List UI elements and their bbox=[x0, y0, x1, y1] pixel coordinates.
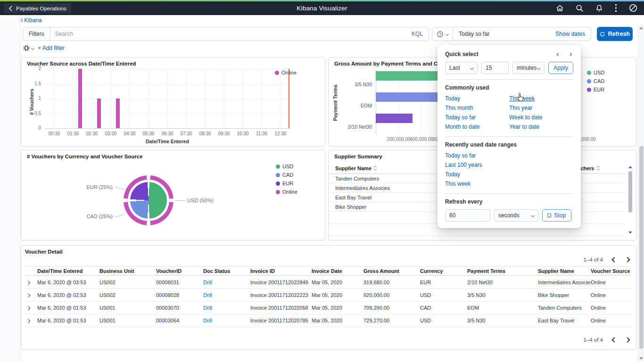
voucher-cell: Online bbox=[591, 292, 632, 298]
slice-label-usd: USD (50%) bbox=[187, 197, 214, 203]
legend-dot bbox=[276, 190, 280, 194]
row-expand-button[interactable] bbox=[25, 292, 37, 298]
chart-legend: USD CAD EUR Online bbox=[276, 164, 297, 195]
drill-link[interactable]: Drill bbox=[203, 318, 250, 323]
legend-item-online[interactable]: Online bbox=[276, 189, 297, 195]
chevron-down-icon bbox=[531, 214, 535, 217]
row-expand-button[interactable] bbox=[25, 318, 37, 323]
voucher-column-header: Business Unit bbox=[99, 268, 156, 274]
row-expand-button[interactable] bbox=[25, 280, 37, 285]
legend-item-usd[interactable]: USD bbox=[587, 70, 604, 75]
prev-page-icon[interactable] bbox=[611, 257, 617, 262]
recent-range-link[interactable]: Today so far bbox=[445, 152, 573, 160]
voucher-row: Mar 6, 2020 @ 02:53US00200008028DrillInv… bbox=[25, 289, 632, 302]
drill-link[interactable]: Drill bbox=[203, 292, 250, 298]
pie-inner[interactable] bbox=[130, 182, 167, 219]
filter-row: + Add filter bbox=[23, 44, 65, 52]
quick-select-link[interactable]: This year bbox=[509, 104, 573, 112]
x-axis-title: Date/Time Entered bbox=[45, 139, 290, 144]
legend-dot bbox=[276, 165, 280, 169]
date-quick-select-button[interactable] bbox=[432, 27, 453, 41]
drill-link[interactable]: Drill bbox=[203, 305, 250, 311]
voucher-cell: Mar 05, 2020 bbox=[312, 280, 363, 285]
legend-item-eur[interactable]: EUR bbox=[276, 181, 297, 186]
quick-select-link[interactable]: This month bbox=[445, 104, 509, 112]
scrollbar-thumb[interactable] bbox=[639, 146, 644, 349]
voucher-cell: Mar 6, 2020 @ 03:53 bbox=[37, 280, 99, 285]
voucher-column-header: Doc Status bbox=[203, 268, 250, 274]
scroll-up-icon[interactable] bbox=[639, 27, 643, 29]
quick-select-link[interactable]: Week to date bbox=[509, 114, 573, 122]
unit-select[interactable]: minutes bbox=[512, 62, 545, 74]
tense-select[interactable]: Last bbox=[445, 62, 478, 74]
show-dates-button[interactable]: Show dates bbox=[550, 31, 591, 37]
voucher-cell: USD bbox=[420, 318, 467, 323]
voucher-cell: 2/10 Net30 bbox=[467, 280, 538, 285]
app-window: Kibana Visualizer Payables Operations Op… bbox=[0, 0, 644, 362]
quick-select-link[interactable]: Month to date bbox=[445, 123, 509, 131]
navbar-icon[interactable] bbox=[629, 4, 637, 12]
search-icon[interactable] bbox=[576, 4, 584, 12]
quick-select-link[interactable]: Today so far bbox=[445, 114, 509, 122]
next-page-icon[interactable] bbox=[625, 257, 630, 262]
voucher-column-header: Gross Amount bbox=[363, 268, 420, 274]
row-expand-button[interactable] bbox=[25, 305, 37, 311]
recent-range-link[interactable]: Last 100 years bbox=[445, 161, 573, 169]
legend-item-cad[interactable]: CAD bbox=[276, 172, 297, 178]
prev-page-icon[interactable] bbox=[611, 337, 617, 342]
recent-range-link[interactable]: Today bbox=[445, 171, 573, 179]
actions-menu-icon[interactable] bbox=[615, 4, 617, 12]
legend-item-eur[interactable]: EUR bbox=[587, 87, 604, 92]
legend-dot bbox=[587, 71, 591, 75]
drill-link[interactable]: Drill bbox=[203, 280, 250, 285]
date-range-value[interactable]: Today so far bbox=[453, 31, 550, 37]
scroll-down-icon[interactable] bbox=[628, 231, 632, 234]
quick-select-link[interactable]: Today bbox=[445, 95, 509, 103]
legend-dot bbox=[587, 88, 591, 92]
panel-title: # Vouchers by Currency and Voucher Sourc… bbox=[27, 154, 143, 159]
panel-scrollbar[interactable] bbox=[627, 164, 633, 236]
voucher-cell: EUR bbox=[420, 280, 467, 285]
add-filter-button[interactable]: + Add filter bbox=[38, 45, 65, 51]
legend-item-online[interactable]: Online bbox=[275, 70, 297, 75]
recent-range-link[interactable]: This week bbox=[445, 180, 573, 188]
voucher-cell: US002 bbox=[99, 292, 156, 298]
clock-icon bbox=[437, 31, 444, 38]
previous-time-window-icon[interactable] bbox=[557, 52, 560, 56]
scroll-up-icon[interactable] bbox=[628, 166, 632, 168]
apply-button[interactable]: Apply bbox=[548, 62, 573, 74]
back-button[interactable]: Payables Operations bbox=[4, 3, 71, 13]
voucher-cell: Mar 05, 2020 bbox=[312, 318, 363, 323]
left-gutter bbox=[0, 15, 21, 362]
filter-settings-gear-icon[interactable] bbox=[23, 44, 34, 52]
column-header-supplier-name[interactable]: Supplier Name bbox=[335, 165, 377, 171]
legend-item-usd[interactable]: USD bbox=[276, 164, 297, 169]
home-icon[interactable] bbox=[556, 4, 564, 12]
search-input[interactable] bbox=[50, 31, 406, 37]
amount-input[interactable] bbox=[481, 62, 509, 74]
refresh-button[interactable]: Refresh bbox=[597, 27, 633, 41]
voucher-row: Mar 6, 2020 @ 01:53US00100003070DrillInv… bbox=[25, 302, 632, 314]
kql-button[interactable]: KQL bbox=[406, 31, 429, 37]
voucher-cell: US002 bbox=[99, 280, 156, 285]
stop-button[interactable]: Stop bbox=[542, 209, 571, 222]
next-page-icon[interactable] bbox=[625, 337, 630, 342]
voucher-body: Mar 6, 2020 @ 03:53US00200008031DrillInv… bbox=[25, 276, 632, 327]
refresh-interval-input[interactable] bbox=[445, 209, 490, 222]
refresh-every-title: Refresh every bbox=[445, 198, 573, 205]
page-scrollbar[interactable] bbox=[638, 25, 644, 362]
quick-select-link[interactable]: Year to date bbox=[509, 123, 573, 131]
filters-chip[interactable]: Filters bbox=[23, 27, 50, 41]
voucher-column-header: Invoice Date bbox=[312, 268, 363, 274]
scrollbar-thumb[interactable] bbox=[628, 171, 632, 213]
voucher-cell: US001 bbox=[99, 305, 156, 311]
chevron-down-icon bbox=[31, 46, 34, 49]
notifications-icon[interactable] bbox=[595, 4, 603, 12]
legend-item-cad[interactable]: CAD bbox=[587, 78, 604, 84]
voucher-cell: 3/5 N30 bbox=[467, 292, 538, 298]
next-time-window-icon[interactable] bbox=[569, 52, 572, 56]
refresh-unit-select[interactable]: seconds bbox=[494, 209, 538, 222]
slice-label-cad: CAD (25%) bbox=[70, 214, 113, 219]
label-connector bbox=[115, 187, 125, 189]
scroll-down-icon[interactable] bbox=[639, 357, 643, 360]
